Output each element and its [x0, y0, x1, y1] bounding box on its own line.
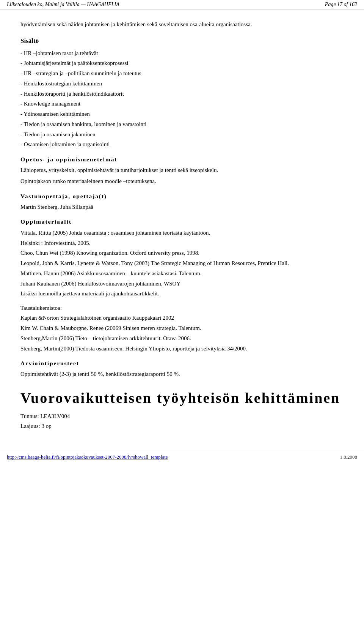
opetus-title: Opetus- ja oppimismenetelmät [20, 156, 344, 163]
oppimateriaali-item: Juhani Kauhanen (2006) Henkilöstövoimava… [20, 279, 344, 289]
oppimateriaali-item: Choo, Chun Wei (1998) Knowing organizati… [20, 248, 344, 258]
oppimateriaali-item: Leopold, John & Karris, Lynette & Watson… [20, 259, 344, 268]
taustalukemistoa-title: Taustalukemistoa: [20, 304, 344, 312]
vastuuopettaja-title: Vastuuopettaja, opettaja(t) [20, 193, 344, 200]
taustalukemistoa-item: Stenberg, Martin(2000) Tiedosta osaamise… [20, 344, 344, 353]
footer-url[interactable]: http://cms.haaga-helia.fi/fi/opintojakso… [7, 454, 168, 460]
laajuus: Laajuus: 3 op [20, 421, 344, 431]
arviointiperusteet-section: Arviointiperusteet Oppimistehtävät (2-3)… [20, 360, 344, 379]
opetus-section: Opetus- ja oppimismenetelmät Lähiopetus,… [20, 156, 344, 186]
list-item: - HR –johtamisen tasot ja tehtävät [20, 49, 344, 58]
page-footer: http://cms.haaga-helia.fi/fi/opintojakso… [0, 451, 364, 463]
footer-date: 1.8.2008 [340, 454, 358, 460]
vuorovaikutus-section: Vuorovaikutteisen työyhteisön kehittämin… [20, 390, 344, 431]
taustalukemistoa-item: Kaplan &Norton Strategialähtöinen organi… [20, 313, 344, 323]
intro-paragraph: hyödyntämisen sekä näiden johtamisen ja … [20, 20, 344, 29]
vastuuopettaja-name: Martin Stenberg, Juha Sillanpää [20, 203, 344, 211]
taustalukemistoa-item: Kim W. Chain & Mauborgne, Renee (20069 S… [20, 323, 344, 333]
arviointiperusteet-title: Arviointiperusteet [20, 360, 344, 367]
oppimateriaali-item: Helsinki : Inforviestintä, 2005. [20, 238, 344, 248]
oppimateriaali-section: Oppimateriaalit Viitala, Riitta (2005) J… [20, 218, 344, 298]
arviointiperusteet-text: Oppimistehtävät (2-3) ja tentti 50 %, he… [20, 370, 344, 379]
list-item: - Ydinosaamisen kehittäminen [20, 109, 344, 119]
vuorovaikutus-title: Vuorovaikutteisen työyhteisön kehittämin… [20, 390, 344, 407]
list-item: - Tiedon ja osaamisen jakaminen [20, 130, 344, 139]
sisalto-list: - HR –johtamisen tasot ja tehtävät - Joh… [20, 49, 344, 150]
document-title: Liiketalouden ko, Malmi ja Vallila — HAA… [7, 2, 119, 8]
list-item: - Tiedon ja osaamisen hankinta, luominen… [20, 120, 344, 129]
tunnus: Tunnus: LEA3LV004 [20, 412, 344, 421]
opetus-line1: Lähiopetus, yrityskeixit, oppimistehtävä… [20, 166, 344, 175]
taustalukemistoa-section: Taustalukemistoa: Kaplan &Norton Strateg… [20, 304, 344, 353]
oppimateriaali-item: Mattinen, Hannu (2006) Asiakkuusosaamine… [20, 269, 344, 278]
taustalukemistoa-item: Stenberg,Martin (2006) Tieto – tietojoht… [20, 334, 344, 343]
oppimateriaali-item: Lisäksi luennoilla jaettava materiaali j… [20, 289, 344, 298]
oppimateriaali-title: Oppimateriaalit [20, 218, 344, 225]
list-item: - Henkilöstöstrategian kehittäminen [20, 79, 344, 88]
vastuuopettaja-section: Vastuuopettaja, opettaja(t) Martin Stenb… [20, 193, 344, 211]
main-content: hyödyntämisen sekä näiden johtamisen ja … [0, 9, 364, 447]
oppimateriaali-item: Viitala, Riitta (2005) Johda osaamista :… [20, 228, 344, 238]
list-item: - HR –strategian ja –politiikan suunnitt… [20, 69, 344, 78]
sisalto-section: Sisältö - HR –johtamisen tasot ja tehtäv… [20, 37, 344, 150]
page-number: Page 17 of 162 [325, 2, 357, 8]
list-item: - Henkilöstöraportti ja henkilöstöindika… [20, 89, 344, 99]
sisalto-title: Sisältö [20, 37, 344, 45]
tunnus-block: Tunnus: LEA3LV004 Laajuus: 3 op [20, 412, 344, 431]
list-item: - Johtamisjärjestelmät ja päätöksentekop… [20, 58, 344, 68]
opetus-line2: Opintojakson runko materiaaleineen moodl… [20, 177, 344, 186]
page-header: Liiketalouden ko, Malmi ja Vallila — HAA… [0, 0, 364, 9]
list-item: - Osaamisen johtaminen ja organisointi [20, 140, 344, 149]
list-item: - Knowledge management [20, 99, 344, 109]
